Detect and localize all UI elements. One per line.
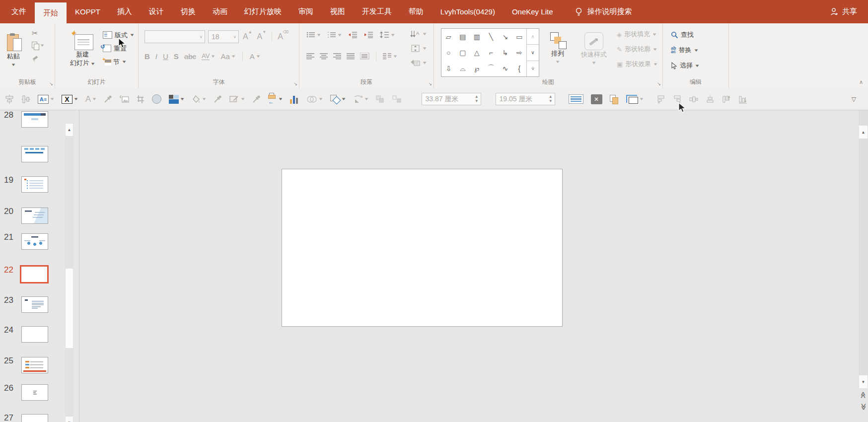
slide-thumbnail[interactable]	[21, 414, 48, 422]
outline-pencil-icon[interactable]: ▼	[229, 95, 245, 103]
send-layout-icon[interactable]: ←▼	[268, 95, 283, 104]
ribbon-tab[interactable]: 视图	[322, 0, 354, 23]
clear-formatting-button[interactable]: A⌫	[277, 32, 289, 41]
panel-scroll-down-icon[interactable]: ▼	[65, 416, 73, 422]
more-chevron-icon[interactable]: ▽	[852, 96, 856, 103]
align-objects-icon[interactable]	[5, 95, 14, 104]
group-icon[interactable]	[376, 95, 385, 103]
text-direction-button[interactable]: A ▼	[410, 28, 427, 39]
slide-thumbnail[interactable]	[21, 208, 48, 224]
ribbon-tab[interactable]: 帮助	[400, 0, 432, 23]
bar-chart-icon[interactable]	[290, 95, 299, 104]
paragraph-dialog-launcher[interactable]: ↘	[428, 81, 432, 86]
align-text-button[interactable]: ▼	[411, 43, 427, 54]
circle-icon[interactable]	[152, 94, 161, 104]
height-spinner[interactable]: 19.05 厘米 ▲▼	[496, 93, 555, 105]
bullets-button[interactable]: ▼	[306, 31, 321, 38]
grow-font-button[interactable]: A▲	[242, 32, 253, 41]
font-size-combo[interactable]: 18 ∨	[208, 30, 239, 43]
select-button[interactable]: 选择 ▼	[671, 60, 699, 71]
convert-smartart-button[interactable]: ▼	[410, 57, 427, 68]
eyedropper-icon[interactable]	[252, 95, 261, 103]
align-left-icon[interactable]	[306, 53, 315, 60]
panel-scrollbar-thumb[interactable]	[65, 268, 73, 349]
shape-icon[interactable]: ⌓	[460, 65, 465, 73]
editing-canvas[interactable]	[79, 110, 859, 422]
align-center-icon[interactable]	[689, 95, 698, 104]
paste-button[interactable]: 粘贴 ▼	[5, 28, 22, 69]
section-button[interactable]: 节 ▼	[103, 55, 134, 69]
panel-scrollbar[interactable]: ▲ ▼	[65, 110, 73, 422]
ribbon-tab[interactable]: 插入	[109, 0, 141, 23]
bold-x-icon[interactable]: X▼	[62, 95, 78, 104]
tell-me-search[interactable]: 操作说明搜索	[575, 0, 632, 23]
ribbon-tab[interactable]: 开始	[35, 2, 67, 23]
quick-styles-button[interactable]: 快速样式 ▼	[575, 27, 613, 67]
align-top-icon[interactable]	[722, 95, 731, 104]
font-name-combo[interactable]: ∨	[145, 30, 205, 43]
text-lines-icon[interactable]	[569, 94, 583, 104]
shape-icon[interactable]: ╲	[489, 33, 493, 41]
align-left-icon[interactable]	[656, 95, 665, 104]
shape-icon[interactable]: ⇨	[516, 49, 522, 57]
shape-icon[interactable]: ▭	[516, 33, 522, 41]
cut-icon[interactable]: ✂	[32, 29, 44, 37]
slide-thumbnail[interactable]	[21, 296, 48, 313]
ungroup-icon[interactable]	[392, 95, 401, 103]
crop-icon[interactable]	[137, 95, 145, 103]
slide-thumbnail[interactable]	[21, 326, 48, 343]
ribbon-tab[interactable]: 切换	[172, 0, 204, 23]
shape-icon[interactable]: ▢	[459, 49, 466, 57]
gallery-more-icon[interactable]: ⩒	[527, 61, 539, 76]
next-slide-icon[interactable]: ≪	[860, 403, 868, 411]
underline-button[interactable]: U	[163, 52, 168, 61]
clipboard-dialog-launcher[interactable]: ↘	[49, 81, 53, 86]
numbering-button[interactable]: ▼	[327, 31, 342, 38]
ribbon-tab[interactable]: 设计	[141, 0, 172, 23]
replace-button[interactable]: ab ac 替换 ▼	[671, 45, 699, 56]
shape-icon[interactable]: ∿	[502, 65, 508, 72]
ribbon-tab[interactable]: 文件	[3, 0, 35, 23]
slide-thumbnail[interactable]	[21, 146, 48, 162]
canvas-scrollbar-track[interactable]	[859, 110, 868, 388]
bold-button[interactable]: B	[145, 52, 150, 61]
eyedropper-icon[interactable]	[214, 95, 222, 103]
new-slide-button[interactable]: ✦ 新建 幻灯片 ▼	[66, 27, 99, 68]
slide-thumbnail[interactable]	[21, 233, 48, 250]
justify-icon[interactable]	[347, 53, 355, 60]
shape-icon[interactable]: {	[518, 65, 520, 72]
align-bottom-icon[interactable]	[738, 95, 747, 104]
collapse-ribbon-icon[interactable]: ∧	[859, 79, 863, 85]
shape-icon[interactable]: ⌐	[489, 49, 493, 57]
shape-icon[interactable]: ○	[446, 49, 450, 57]
shape-icon[interactable]: ▤	[459, 33, 466, 41]
shape-icon[interactable]: ▱	[446, 33, 451, 41]
theme-colors-icon[interactable]: ▼	[169, 95, 184, 104]
copy-button[interactable]: ▼	[32, 42, 44, 49]
shadow-button[interactable]: S	[174, 52, 179, 61]
textbox-style-icon[interactable]: A≡▼	[38, 95, 54, 104]
border-box-icon[interactable]: ▼	[626, 95, 644, 104]
ribbon-tab[interactable]: KOPPT	[67, 0, 109, 23]
font-dialog-launcher[interactable]: ↘	[293, 81, 297, 86]
slide-thumbnail[interactable]	[21, 357, 48, 373]
shape-effects-button[interactable]: ▣ 形状效果 ▼	[617, 59, 657, 69]
scroll-up-icon[interactable]: ▲	[859, 125, 868, 139]
gallery-up-icon[interactable]: ∧	[527, 29, 539, 44]
ribbon-tab[interactable]: 幻灯片放映	[236, 0, 290, 23]
combine-shapes-icon[interactable]: ▼	[330, 95, 346, 104]
ribbon-tab[interactable]: 开发工具	[354, 0, 400, 23]
slide-thumbnail[interactable]	[21, 176, 48, 193]
change-case-button[interactable]: Aa ▼	[220, 52, 235, 61]
line-spacing-button[interactable]: ▼	[380, 31, 395, 38]
fill-bucket-icon[interactable]: ▼	[192, 95, 206, 103]
eyedropper-icon[interactable]	[104, 95, 112, 103]
shape-fill-button[interactable]: ◈ 形状填充 ▼	[617, 29, 657, 39]
columns-button[interactable]: ▼	[383, 53, 397, 60]
share-button[interactable]: 共享	[830, 0, 857, 23]
ribbon-tab[interactable]: OneKey Lite	[504, 0, 562, 23]
shape-icon[interactable]: △	[474, 49, 480, 57]
merge-shapes-icon[interactable]: ▼	[306, 95, 323, 103]
shape-icon[interactable]: ↳	[502, 49, 508, 57]
slide-thumbnail[interactable]	[21, 384, 48, 401]
